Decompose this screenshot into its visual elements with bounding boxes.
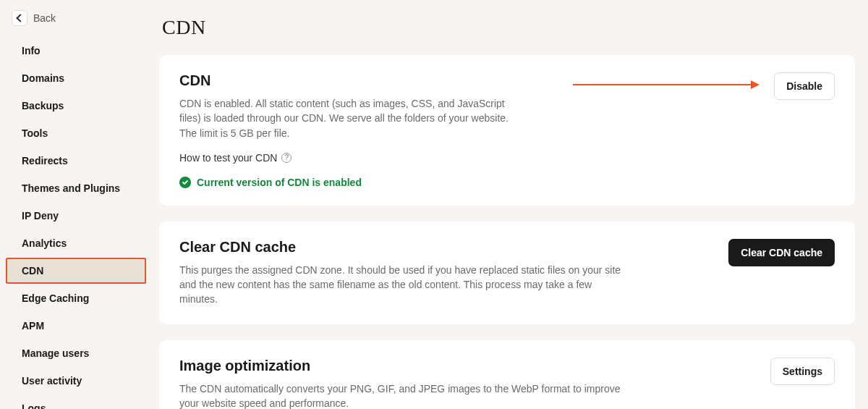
clear-cache-desc: This purges the assigned CDN zone. It sh… [179,263,628,307]
card-image-optimization: Image optimization The CDN automatically… [159,340,855,409]
annotation-arrow [573,84,760,85]
card-clear-cache: Clear CDN cache This purges the assigned… [159,222,855,324]
test-cdn-link[interactable]: How to test your CDN [179,152,277,164]
cdn-status-text: Current version of CDN is enabled [197,177,362,188]
back-button[interactable]: Back [0,10,152,38]
sidebar-item-backups[interactable]: Backups [6,93,146,119]
sidebar-item-apm[interactable]: APM [6,313,146,339]
cdn-status: Current version of CDN is enabled [179,177,527,188]
sidebar: Back Info Domains Backups Tools Redirect… [0,0,152,409]
checkmark-icon [179,177,191,188]
image-opt-desc: The CDN automatically converts your PNG,… [179,381,628,409]
clear-cache-title: Clear CDN cache [179,239,628,256]
sidebar-item-manage-users[interactable]: Manage users [6,340,146,366]
cdn-card-title: CDN [179,72,527,89]
sidebar-item-tools[interactable]: Tools [6,120,146,146]
settings-button[interactable]: Settings [770,358,835,385]
disable-button[interactable]: Disable [774,72,835,100]
main-content: CDN CDN CDN is enabled. All static conte… [152,0,868,409]
cdn-card-desc: CDN is enabled. All static content (such… [179,96,527,140]
page-title: CDN [162,16,855,39]
help-icon[interactable]: ? [281,153,292,163]
sidebar-item-ip-deny[interactable]: IP Deny [6,203,146,229]
sidebar-item-domains[interactable]: Domains [6,65,146,91]
sidebar-item-info[interactable]: Info [6,38,146,64]
sidebar-item-themes-plugins[interactable]: Themes and Plugins [6,175,146,201]
arrow-left-icon [12,10,27,26]
sidebar-item-cdn[interactable]: CDN [6,258,146,284]
image-opt-title: Image optimization [179,358,628,374]
sidebar-item-user-activity[interactable]: User activity [6,368,146,394]
back-label: Back [33,12,56,24]
clear-cdn-cache-button[interactable]: Clear CDN cache [728,239,835,266]
sidebar-item-edge-caching[interactable]: Edge Caching [6,285,146,311]
sidebar-item-analytics[interactable]: Analytics [6,230,146,256]
sidebar-item-redirects[interactable]: Redirects [6,148,146,174]
card-cdn: CDN CDN is enabled. All static content (… [159,55,855,206]
nav-list: Info Domains Backups Tools Redirects The… [0,38,152,409]
sidebar-item-logs[interactable]: Logs [6,395,146,409]
